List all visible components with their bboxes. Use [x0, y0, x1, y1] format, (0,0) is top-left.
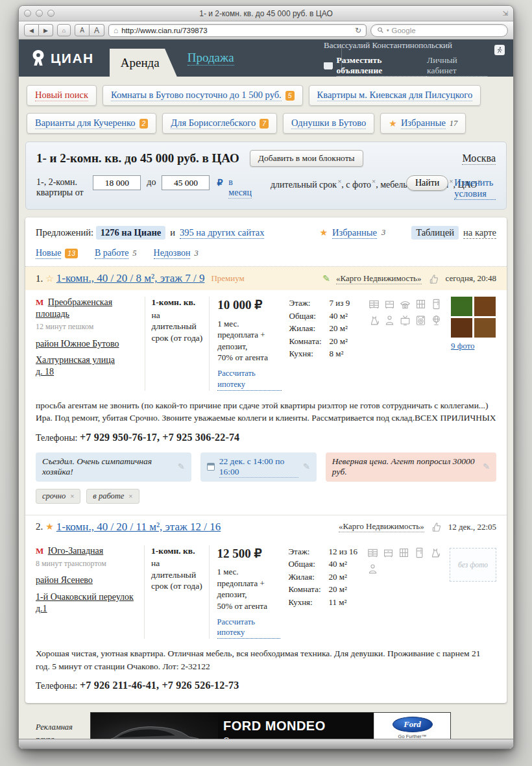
edit-pencil-icon[interactable]: ✎ — [303, 462, 310, 472]
to-label: до — [147, 177, 156, 188]
listing-title-link[interactable]: 1-комн., 40 / 20 / 11 м², этаж 12 / 16 — [56, 521, 221, 534]
note-chip-warning[interactable]: Неверная цена. Агент попросил 30000 руб.… — [326, 452, 496, 482]
cian-logo[interactable]: ЦИАН — [30, 49, 94, 68]
metro-link[interactable]: Преображенская площадь — [36, 297, 112, 319]
logout-icon[interactable] — [494, 45, 505, 55]
window-resize-icon[interactable]: ⇲ — [503, 10, 508, 17]
remove-tag-icon[interactable]: × — [128, 492, 132, 500]
search-engine-caret-icon[interactable]: ▾ — [387, 28, 389, 33]
tab-arenda[interactable]: Аренда — [110, 49, 177, 77]
saved-search-new[interactable]: Новый поиск — [27, 85, 97, 106]
tab-in-progress[interactable]: В работе5 — [95, 248, 137, 259]
offers-label: Предложений: — [36, 227, 93, 238]
listing-title-link[interactable]: 1-комн., 40 / 20 / 8 м², этаж 7 / 9 — [56, 272, 205, 285]
favorites-chip[interactable]: ★Избранные17 — [380, 113, 466, 134]
view-table-toggle[interactable]: Таблицей — [411, 226, 459, 240]
house-link[interactable]: д. 18 — [36, 367, 54, 377]
nightstand-icon — [383, 298, 396, 310]
cian-count[interactable]: 1276 на Циане — [96, 226, 166, 240]
saved-search-butovo-daily[interactable]: Комнаты в Бутово посуточно до 1 500 руб.… — [103, 85, 303, 106]
street-link[interactable]: 1-й Очаковский переулок — [36, 592, 134, 602]
note-chip-calendar[interactable]: 22 дек. с 14:00 по 16:00✎ — [200, 452, 317, 482]
period-selector[interactable]: в месяц — [228, 177, 252, 199]
forward-button[interactable]: ▶ — [39, 24, 53, 36]
tab-new[interactable]: Новые13 — [36, 248, 78, 259]
internet-globe-icon — [430, 314, 442, 327]
saved-search-odnushki[interactable]: Однушки в Бутово — [283, 113, 374, 134]
street-link[interactable]: Халтуринская улица — [36, 355, 115, 365]
ad-title: FORD MONDEO — [223, 719, 371, 734]
ad-brand-panel: Ford Go Further™ ▸Узнайте больше ▸Правов… — [374, 713, 450, 739]
view-map-toggle[interactable]: на карте — [463, 227, 496, 239]
complain-hand-icon[interactable] — [428, 273, 440, 285]
price-to-input[interactable] — [162, 175, 210, 190]
note-chip[interactable]: Съездил. Очень симпатичная хозяйка!✎ — [36, 452, 191, 482]
saved-search-kucherenko[interactable]: Варианты для Кучеренко2 — [27, 113, 156, 134]
remove-filter-icon[interactable]: × — [372, 177, 376, 185]
reload-icon[interactable]: ↻ — [355, 26, 361, 35]
tab-prodazha[interactable]: Продажа — [187, 51, 234, 66]
edit-pencil-icon[interactable]: ✎ — [178, 462, 185, 472]
price: 12 500 ₽ — [217, 545, 281, 562]
district-link[interactable]: район Ясенево — [36, 575, 93, 585]
metro-link[interactable]: Юго-Западная — [48, 546, 103, 556]
add-to-notebooks-button[interactable]: Добавить в мои блокноты — [250, 150, 363, 167]
listing-phones: Телефоны: +7 929 950-76-17, +7 925 306-2… — [25, 425, 507, 443]
personal-cabinet-link[interactable]: Личный кабинет — [427, 55, 487, 77]
listing-1: 1. ☆ 1-комн., 40 / 20 / 8 м², этаж 7 / 9… — [25, 267, 507, 513]
post-ad-button[interactable]: Разместить объявление — [324, 55, 427, 77]
ad-car-image — [91, 713, 218, 739]
change-conditions-link[interactable]: Изменить условия — [454, 177, 496, 200]
font-larger-button[interactable]: A — [90, 24, 104, 36]
favorite-star-icon[interactable]: ★ — [45, 521, 54, 532]
other-sites-count-link[interactable]: 395 на других сайтах — [180, 227, 264, 239]
edit-pencil-icon[interactable]: ✎ — [322, 273, 330, 284]
window-bottom-bar[interactable] — [19, 739, 513, 748]
edit-pencil-icon[interactable]: ✎ — [483, 462, 490, 472]
count-badge: 5 — [285, 91, 295, 101]
header-divider — [341, 47, 342, 69]
car-icon — [93, 717, 215, 739]
saved-search-borisoglebsky[interactable]: Для Борисоглебского7 — [162, 113, 277, 134]
window-title: 1- и 2-комн. кв. до 45 000 руб. в ЦАО — [19, 9, 513, 18]
ad-banner[interactable]: FORD MONDEO Специальное предложение Экон… — [90, 712, 451, 739]
photo-thumbnail[interactable] — [474, 318, 496, 338]
house-link[interactable]: д.1 — [36, 604, 47, 613]
tag-chip[interactable]: срочно× — [36, 489, 80, 504]
remove-filter-icon[interactable]: × — [337, 177, 341, 185]
find-button[interactable]: Найти — [406, 175, 448, 191]
saved-search-kievskaya[interactable]: Квартиры м. Киевская для Пилсуцкого — [309, 85, 481, 106]
search-title: 1- и 2-комн. кв. до 45 000 руб. в ЦАО — [36, 151, 239, 166]
photo-thumbnail[interactable] — [474, 297, 496, 316]
search-placeholder[interactable]: Google — [392, 27, 416, 34]
star-icon: ★ — [389, 118, 397, 129]
search-field[interactable]: ▾ Google — [370, 24, 508, 37]
mortgage-link[interactable]: Рассчитать ипотеку — [217, 617, 281, 639]
price-from-input[interactable] — [93, 175, 141, 190]
mortgage-link[interactable]: Рассчитать ипотеку — [217, 368, 281, 391]
home-button[interactable]: ⌂ — [57, 24, 71, 36]
search-icon — [377, 27, 384, 34]
active-filters: длительный срок×с фото×мебель×телефон×ЦА… — [271, 176, 400, 192]
agency-link[interactable]: «Карго Недвижимость» — [336, 273, 422, 284]
listing-description: просьба агентам не звонить (по какой-то … — [25, 393, 507, 425]
district-link[interactable]: район Южное Бутово — [36, 339, 119, 349]
complain-hand-icon[interactable] — [430, 521, 442, 533]
tag-chip[interactable]: в работе× — [86, 489, 139, 504]
city-selector[interactable]: Москва — [462, 153, 496, 165]
favorites-link[interactable]: Избранные — [332, 227, 377, 239]
tab-no-answer[interactable]: Недозвон3 — [154, 248, 199, 259]
font-smaller-button[interactable]: A — [75, 24, 90, 36]
photo-thumbnail[interactable] — [451, 318, 472, 338]
back-button[interactable]: ◀ — [24, 24, 39, 36]
cian-logo-text: ЦИАН — [51, 51, 94, 66]
url-text[interactable]: http://www.cian.ru/739873 — [121, 27, 352, 34]
agency-link[interactable]: «Карго Недвижимость» — [339, 521, 424, 532]
address-bar[interactable]: ⌂ http://www.cian.ru/739873 ↻ — [108, 24, 367, 37]
photo-thumbnail[interactable] — [451, 297, 472, 316]
photos-count-link[interactable]: 9 фото — [451, 341, 475, 351]
window-titlebar[interactable]: 1- и 2-комн. кв. до 45 000 руб. в ЦАО ⇲ — [19, 6, 513, 21]
remove-tag-icon[interactable]: × — [70, 492, 74, 500]
favorite-star-icon[interactable]: ☆ — [45, 273, 54, 284]
remove-filter-icon[interactable]: × — [449, 177, 453, 185]
